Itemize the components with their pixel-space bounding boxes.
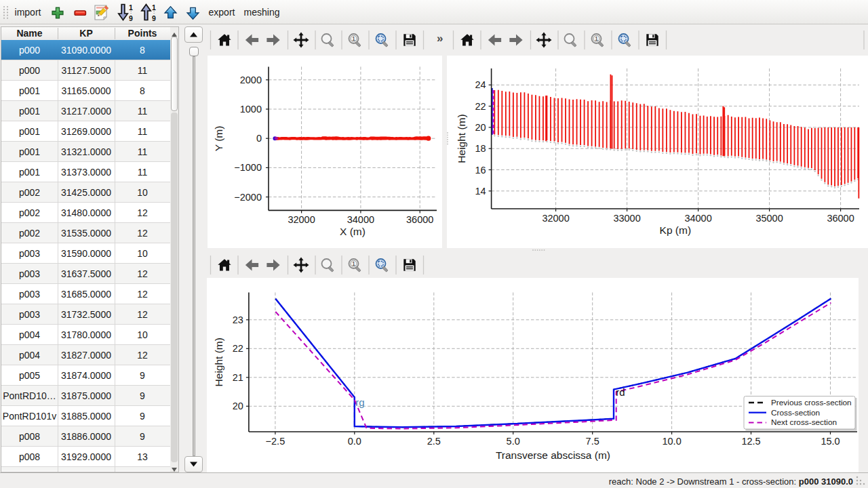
- svg-text:1: 1: [352, 35, 355, 42]
- svg-text:1: 1: [595, 35, 598, 42]
- svg-text:1: 1: [352, 260, 355, 267]
- svg-text:33000: 33000: [613, 213, 640, 224]
- svg-text:0: 0: [256, 133, 262, 144]
- svg-text:12.5: 12.5: [741, 436, 760, 447]
- svg-text:36000: 36000: [406, 214, 433, 225]
- svg-text:20: 20: [475, 122, 486, 133]
- svg-text:18: 18: [475, 143, 486, 154]
- svg-text:22: 22: [475, 101, 486, 112]
- svg-text:15.0: 15.0: [821, 436, 840, 447]
- svg-text:7.5: 7.5: [586, 436, 599, 447]
- svg-text:Height (m): Height (m): [456, 114, 467, 163]
- svg-text:32000: 32000: [542, 213, 569, 224]
- svg-text:32000: 32000: [288, 214, 315, 225]
- svg-text:−2.5: −2.5: [266, 436, 285, 447]
- svg-text:36000: 36000: [827, 213, 854, 224]
- svg-text:14: 14: [475, 186, 486, 197]
- svg-text:Kp (m): Kp (m): [660, 224, 692, 236]
- svg-text:Next cross-section: Next cross-section: [771, 418, 837, 427]
- svg-text:23: 23: [233, 314, 243, 325]
- svg-text:2000: 2000: [240, 75, 262, 85]
- svg-text:Y (m): Y (m): [213, 126, 224, 152]
- svg-text:1000: 1000: [240, 104, 262, 115]
- svg-text:5.0: 5.0: [507, 436, 520, 447]
- svg-text:2.5: 2.5: [427, 436, 441, 447]
- svg-text:20: 20: [233, 401, 243, 411]
- svg-text:X (m): X (m): [340, 226, 366, 237]
- svg-text:−2000: −2000: [234, 192, 262, 203]
- svg-text:Height (m): Height (m): [213, 338, 224, 386]
- svg-text:35000: 35000: [755, 213, 783, 224]
- svg-text:22: 22: [233, 343, 243, 354]
- svg-text:rd: rd: [616, 386, 625, 398]
- svg-text:34000: 34000: [684, 213, 711, 224]
- svg-text:10.0: 10.0: [662, 436, 681, 447]
- svg-text:rg: rg: [355, 396, 364, 408]
- svg-text:34000: 34000: [347, 214, 374, 225]
- svg-text:21: 21: [233, 372, 243, 383]
- svg-text:16: 16: [475, 165, 486, 176]
- svg-text:Cross-section: Cross-section: [771, 408, 820, 418]
- svg-text:24: 24: [475, 79, 486, 90]
- svg-text:−1000: −1000: [234, 162, 262, 173]
- svg-text:Previous cross-section: Previous cross-section: [771, 398, 852, 407]
- svg-text:0.0: 0.0: [348, 436, 361, 447]
- svg-text:Transverse abscissa (m): Transverse abscissa (m): [496, 449, 610, 461]
